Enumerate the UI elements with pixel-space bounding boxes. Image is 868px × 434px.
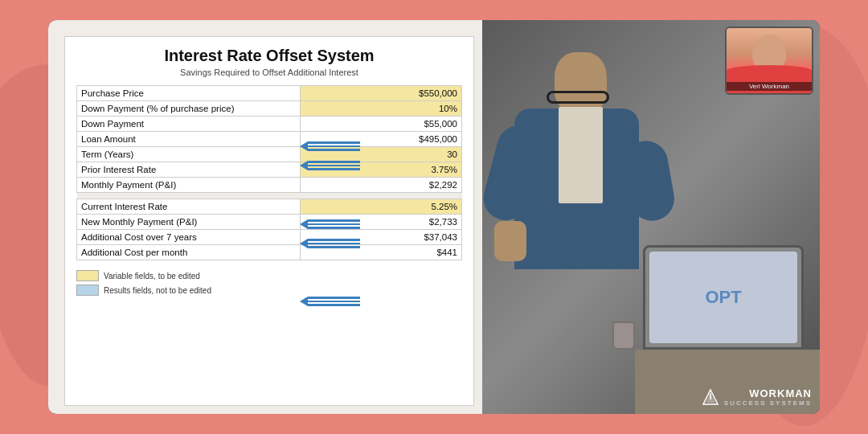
table-row: Monthly Payment (P&I) $2,292 — [77, 178, 462, 193]
legend-label-results: Results fields, not to be edited — [104, 286, 211, 295]
label-down-payment: Down Payment — [77, 117, 301, 132]
table-row: Additional Cost per month $441 — [77, 245, 462, 260]
legend-label-variable: Variable fields, to be edited — [104, 272, 200, 280]
arrow-line — [308, 301, 360, 303]
main-container: Interest Rate Offset System Savings Requ… — [48, 20, 820, 414]
arrow-current-rate — [300, 297, 360, 306]
section-gap — [77, 193, 462, 199]
value-new-monthly-payment: $2,733 — [300, 215, 461, 230]
value-down-payment-pct: 10% — [300, 101, 461, 117]
page: { "app": { "title": "Interest Rate Offse… — [0, 0, 868, 434]
photo-area: OPT Verl Workman — [482, 20, 820, 414]
table-row: Additional Cost over 7 years $37,043 — [77, 230, 462, 245]
label-down-payment-pct: Down Payment (% of purchase price) — [77, 101, 301, 117]
table-row: Term (Years) 30 — [77, 147, 462, 162]
value-additional-cost-month: $441 — [300, 245, 461, 260]
laptop: OPT — [643, 245, 804, 350]
arrow-line — [308, 304, 360, 306]
person-shirt — [559, 107, 603, 203]
value-current-rate: 5.25% — [300, 199, 461, 215]
legend-item-results: Results fields, not to be edited — [76, 285, 462, 296]
spreadsheet-panel: Interest Rate Offset System Savings Requ… — [48, 20, 482, 414]
label-current-rate: Current Interest Rate — [77, 199, 301, 215]
legend-box-blue — [76, 285, 99, 296]
sheet-title: Interest Rate Offset System — [76, 47, 462, 65]
table-row: Prior Interest Rate 3.75% — [77, 162, 462, 178]
logo-line1: WORKMAN — [724, 387, 812, 400]
logo-text: WORKMAN SUCCESS SYSTEMS — [724, 387, 812, 407]
laptop-screen: OPT — [649, 252, 797, 343]
legend-item-variable: Variable fields, to be edited — [76, 270, 462, 281]
laptop-screen-text: OPT — [705, 287, 741, 308]
arrowhead-5 — [300, 297, 308, 306]
legend-area: Variable fields, to be edited Results fi… — [76, 270, 462, 296]
table-row: Down Payment (% of purchase price) 10% — [77, 101, 462, 117]
label-term: Term (Years) — [77, 147, 301, 162]
value-additional-cost-7yr: $37,043 — [300, 230, 461, 245]
value-term: 30 — [300, 147, 461, 162]
workman-logo: WORKMAN SUCCESS SYSTEMS — [702, 387, 812, 407]
value-loan-amount: $495,000 — [300, 132, 461, 147]
label-additional-cost-month: Additional Cost per month — [77, 245, 301, 260]
data-table: Purchase Price $550,000 Down Payment (% … — [76, 85, 462, 260]
logo-line2: SUCCESS SYSTEMS — [724, 399, 812, 407]
workman-logo-icon — [702, 388, 719, 406]
label-new-monthly-payment: New Monthly Payment (P&I) — [77, 215, 301, 230]
coffee-cup — [612, 321, 635, 350]
label-prior-rate: Prior Interest Rate — [77, 162, 301, 178]
label-loan-amount: Loan Amount — [77, 132, 301, 147]
value-purchase-price: $550,000 — [300, 86, 461, 101]
spreadsheet-white-area: Interest Rate Offset System Savings Requ… — [64, 36, 474, 406]
label-monthly-payment: Monthly Payment (P&I) — [77, 178, 301, 193]
webcam-overlay: Verl Workman — [725, 27, 813, 95]
webcam-name-label: Verl Workman — [727, 82, 812, 91]
label-additional-cost-7yr: Additional Cost over 7 years — [77, 230, 301, 245]
legend-box-yellow — [76, 270, 99, 281]
arrow-line — [308, 297, 360, 299]
value-prior-rate: 3.75% — [300, 162, 461, 178]
table-row: Loan Amount $495,000 — [77, 132, 462, 147]
table-row: New Monthly Payment (P&I) $2,733 — [77, 215, 462, 230]
label-purchase-price: Purchase Price — [77, 86, 301, 101]
value-monthly-payment: $2,292 — [300, 178, 461, 193]
table-row: Purchase Price $550,000 — [77, 86, 462, 101]
arrow-lines-5 — [308, 297, 360, 306]
table-row: Current Interest Rate 5.25% — [77, 199, 462, 215]
person-glasses — [547, 91, 609, 104]
sheet-subtitle: Savings Required to Offset Additional In… — [76, 68, 462, 77]
value-down-payment: $55,000 — [300, 117, 461, 132]
table-row: Down Payment $55,000 — [77, 117, 462, 132]
person-hand-left — [494, 221, 526, 261]
